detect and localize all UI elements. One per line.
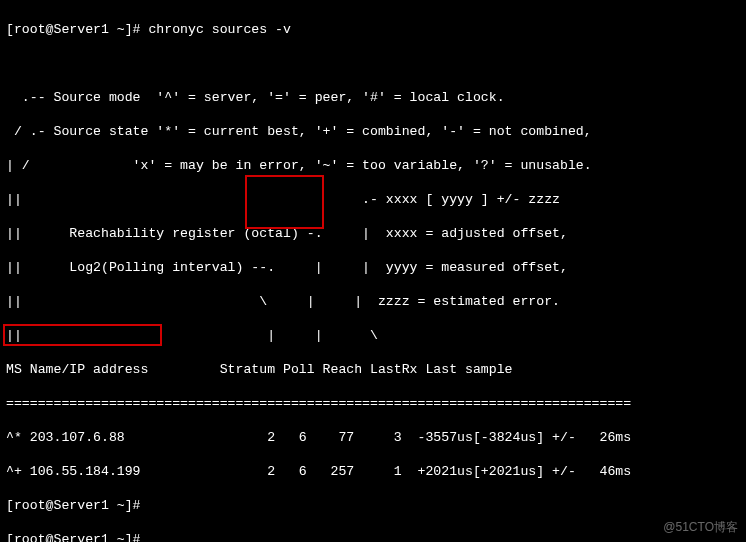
- blank-line: [6, 55, 740, 72]
- watermark: @51CTO博客: [663, 519, 738, 536]
- legend-line: || .- xxxx [ yyyy ] +/- zzzz: [6, 191, 740, 208]
- terminal-output[interactable]: [root@Server1 ~]# chronyc sources -v .--…: [0, 0, 746, 542]
- prompt-line-1: [root@Server1 ~]# chronyc sources -v: [6, 21, 740, 38]
- legend-line: || Log2(Polling interval) --. | | yyyy =…: [6, 259, 740, 276]
- legend-line: .-- Source mode '^' = server, '=' = peer…: [6, 89, 740, 106]
- source-row: ^+ 106.55.184.199 2 6 257 1 +2021us[+202…: [6, 463, 740, 480]
- prompt-line: [root@Server1 ~]#: [6, 531, 740, 542]
- source-row: ^* 203.107.6.88 2 6 77 3 -3557us[-3824us…: [6, 429, 740, 446]
- prompt-line: [root@Server1 ~]#: [6, 497, 740, 514]
- legend-line: || | | \: [6, 327, 740, 344]
- legend-line: || Reachability register (octal) -. | xx…: [6, 225, 740, 242]
- shell-prompt: [root@Server1 ~]#: [6, 22, 148, 37]
- legend-line: / .- Source state '*' = current best, '+…: [6, 123, 740, 140]
- legend-line: || \ | | zzzz = estimated error.: [6, 293, 740, 310]
- divider: ========================================…: [6, 395, 740, 412]
- legend-line: | / 'x' = may be in error, '~' = too var…: [6, 157, 740, 174]
- command-text: chronyc sources -v: [148, 22, 290, 37]
- sources-header: MS Name/IP address Stratum Poll Reach La…: [6, 361, 740, 378]
